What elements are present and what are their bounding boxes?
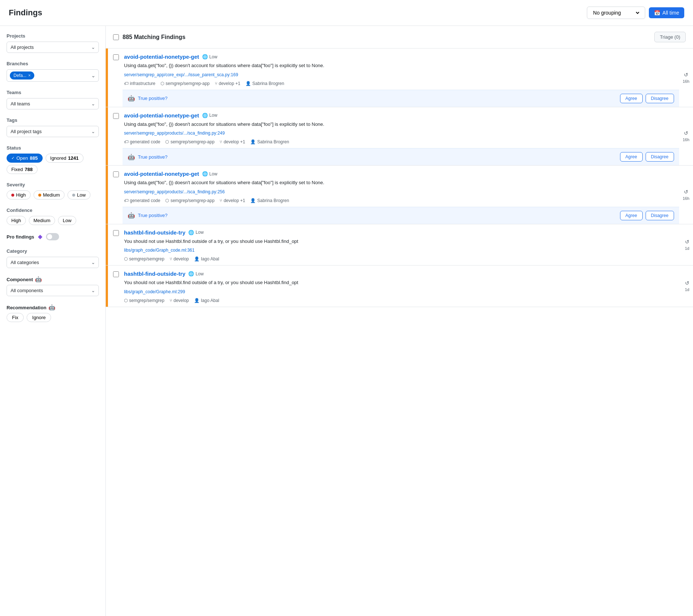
finding-path[interactable]: server/semgrep_app/products/.../sca_find…	[124, 131, 673, 136]
finding-desc: Using data.get("foo", {}) doesn't accoun…	[124, 121, 673, 128]
app-header: Findings No grouping 📅 All time	[0, 0, 693, 26]
finding-checkbox[interactable]	[113, 171, 119, 177]
confidence-high-chip[interactable]: High	[7, 216, 26, 225]
branch-icon: ⑂	[220, 139, 222, 144]
severity-text: Low	[209, 54, 217, 59]
confidence-low-chip[interactable]: Low	[58, 216, 76, 225]
category-select[interactable]: All categories	[7, 257, 99, 268]
agree-button[interactable]: Agree	[620, 152, 643, 162]
branch-input[interactable]	[36, 73, 51, 78]
finding-title[interactable]: avoid-potential-nonetype-get	[124, 112, 199, 119]
finding-card: avoid-potential-nonetype-get 🌐 Low Using…	[106, 49, 693, 107]
finding-path[interactable]: libs/graph_code/Graphe.ml:299	[124, 289, 675, 294]
component-select[interactable]: All components	[7, 285, 99, 296]
finding-card: hashtbl-find-outside-try 🌐 Low You shoul…	[106, 266, 693, 307]
status-fixed-chip[interactable]: Fixed 788	[7, 165, 38, 174]
branch-item: ⑂ develop +1	[220, 139, 245, 144]
agree-button[interactable]: Agree	[620, 94, 643, 103]
finding-title[interactable]: avoid-potential-nonetype-get	[124, 171, 199, 177]
projects-select-wrapper: All projects	[7, 42, 99, 53]
finding-title[interactable]: hashtbl-find-outside-try	[124, 271, 185, 277]
disagree-button[interactable]: Disagree	[646, 94, 674, 103]
branch-chevron-icon: ⌄	[91, 73, 96, 78]
finding-path[interactable]: server/semgrep_app/products/.../sca_find…	[124, 189, 673, 194]
checkbox-col	[108, 166, 123, 224]
tag-item: 🏷generated code	[124, 198, 160, 203]
agree-button[interactable]: Agree	[620, 211, 643, 220]
branch-icon: ⑂	[215, 81, 217, 86]
severity-high-chip[interactable]: High	[7, 190, 31, 199]
author-icon: 👤	[250, 198, 256, 203]
finding-desc: You should not use Hashtbl.find outside …	[124, 238, 675, 245]
branch-tag: Defa... ×	[10, 71, 34, 80]
disagree-button[interactable]: Disagree	[646, 152, 674, 162]
finding-checkbox[interactable]	[113, 113, 119, 119]
tags-select[interactable]: All project tags	[7, 126, 99, 137]
severity-low-chip[interactable]: Low	[67, 190, 90, 199]
severity-icon: 🌐	[202, 54, 208, 59]
confidence-section: Confidence High Medium Low	[7, 208, 99, 225]
grouping-select[interactable]: No grouping	[587, 7, 645, 19]
findings-list: avoid-potential-nonetype-get 🌐 Low Using…	[106, 49, 693, 307]
tags-label: Tags	[7, 117, 99, 123]
select-all-checkbox[interactable]	[113, 34, 119, 40]
high-dot	[11, 194, 14, 197]
tag-item: 🏷generated code	[124, 139, 160, 144]
header-controls: No grouping 📅 All time	[587, 7, 684, 19]
time-icon: ↺	[684, 130, 688, 136]
confidence-row: High Medium Low	[7, 216, 99, 225]
ai-actions: Agree Disagree	[620, 152, 674, 162]
branch-icon: ⑂	[170, 256, 172, 261]
finding-path[interactable]: server/semgrep_app/core_exp/.../issue_pa…	[124, 72, 673, 77]
finding-meta: ⬡ semgrep/semgrep ⑂ develop 👤 Iago Abal	[124, 298, 675, 303]
severity-medium-chip[interactable]: Medium	[34, 190, 65, 199]
severity-badge: 🌐 Low	[202, 113, 217, 118]
finding-path[interactable]: libs/graph_code/Graph_code.ml:361	[124, 248, 675, 253]
status-open-chip[interactable]: ✓ Open 885	[7, 154, 43, 163]
projects-select[interactable]: All projects	[7, 42, 99, 53]
tag-item: 🏷infrastructure	[124, 81, 155, 86]
finding-title[interactable]: avoid-potential-nonetype-get	[124, 54, 199, 60]
severity-badge: 🌐 Low	[202, 54, 217, 59]
disagree-button[interactable]: Disagree	[646, 211, 674, 220]
rec-ignore-chip[interactable]: Ignore	[27, 313, 51, 322]
author-item: 👤 Sabrina Brogren	[245, 81, 284, 86]
teams-select[interactable]: All teams	[7, 98, 99, 109]
ai-row: 🤖 True positive? Agree Disagree	[123, 90, 679, 107]
ai-label: 🤖 True positive?	[128, 212, 167, 219]
main-layout: Projects All projects Branches Defa... ×…	[0, 26, 693, 616]
ai-actions: Agree Disagree	[620, 211, 674, 220]
toggle-slider	[46, 233, 59, 240]
finding-content: avoid-potential-nonetype-get 🌐 Low Using…	[123, 107, 679, 166]
pro-findings-section: Pro findings ◆	[7, 233, 99, 240]
recommendation-icon: 🤖	[49, 304, 55, 311]
author-item: 👤 Sabrina Brogren	[250, 139, 289, 144]
confidence-medium-chip[interactable]: Medium	[29, 216, 55, 225]
repo-item: ⬡ semgrep/semgrep-app	[165, 198, 214, 203]
finding-content: hashtbl-find-outside-try 🌐 Low You shoul…	[123, 266, 681, 307]
pro-toggle[interactable]	[46, 233, 59, 240]
status-ignored-chip[interactable]: Ignored 1241	[46, 154, 84, 163]
projects-section: Projects All projects	[7, 33, 99, 53]
rec-fix-chip[interactable]: Fix	[7, 313, 24, 322]
triage-button[interactable]: Triage (0)	[654, 32, 686, 42]
finding-checkbox[interactable]	[113, 271, 119, 277]
medium-dot	[38, 194, 41, 197]
all-time-button[interactable]: 📅 All time	[649, 7, 684, 18]
finding-checkbox[interactable]	[113, 54, 119, 60]
finding-title[interactable]: hashtbl-find-outside-try	[124, 229, 185, 236]
time-col: ↺ 16h	[679, 166, 693, 224]
grouping-dropdown[interactable]: No grouping	[592, 9, 640, 16]
branch-close-icon[interactable]: ×	[28, 73, 31, 78]
finding-checkbox[interactable]	[113, 230, 119, 236]
tag-icon: 🏷	[124, 81, 128, 86]
severity-icon: 🌐	[202, 113, 208, 118]
findings-count: 885 Matching Findings	[113, 34, 185, 40]
ai-label: 🤖 True positive?	[128, 95, 167, 102]
severity-text: Low	[209, 113, 217, 118]
finding-meta: 🏷infrastructure ⬡ semgrep/semgrep-app ⑂ …	[124, 81, 673, 86]
findings-header: 885 Matching Findings Triage (0)	[106, 26, 693, 49]
time-col: ↺ 16h	[679, 49, 693, 107]
branch-item: ⑂ develop +1	[220, 198, 245, 203]
sidebar: Projects All projects Branches Defa... ×…	[0, 26, 106, 616]
